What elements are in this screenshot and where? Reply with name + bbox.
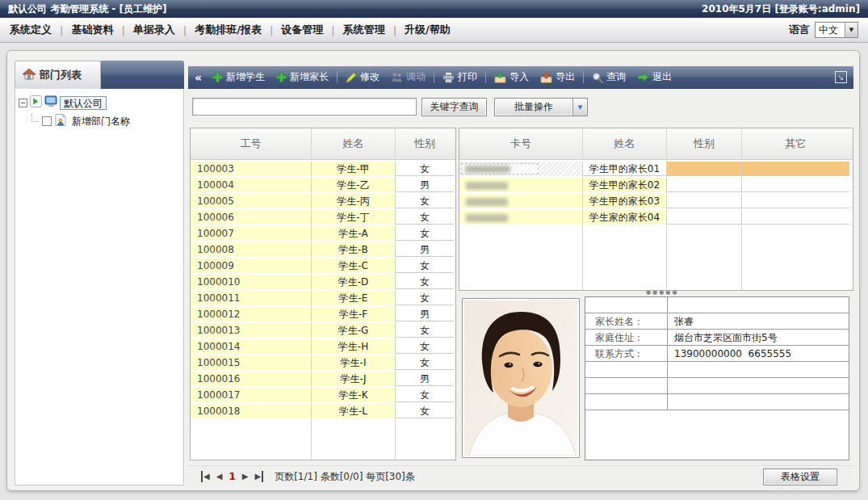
menu-data-entry[interactable]: 单据录入 bbox=[125, 23, 183, 37]
student-id-cell[interactable]: 1000017 bbox=[191, 388, 312, 404]
student-name-cell[interactable]: 学生-C bbox=[312, 258, 396, 275]
tree-collapse-icon[interactable]: − bbox=[19, 99, 27, 107]
department-checkbox[interactable] bbox=[42, 116, 52, 126]
menu-schedule-report[interactable]: 考勤排班/报表 bbox=[187, 23, 270, 37]
student-gender-cell[interactable]: 男 bbox=[396, 242, 454, 258]
parent-row[interactable]: 学生甲的家长03 bbox=[459, 194, 853, 210]
student-gender-cell[interactable]: 男 bbox=[396, 178, 454, 194]
student-name-cell[interactable]: 学生-D bbox=[312, 275, 396, 291]
student-row[interactable]: 1000012学生-F男 bbox=[191, 307, 455, 323]
column-header[interactable]: 性别 bbox=[667, 128, 742, 159]
parent-name-cell[interactable]: 学生甲的家长01 bbox=[583, 162, 667, 178]
batch-operation-button[interactable]: 批量操作 bbox=[494, 98, 573, 116]
student-row[interactable]: 100003学生-甲女 bbox=[191, 162, 455, 178]
parent-other-cell[interactable] bbox=[742, 162, 849, 178]
student-row[interactable]: 1000013学生-G女 bbox=[191, 323, 455, 339]
parent-row[interactable]: 学生甲的家长01 bbox=[459, 162, 853, 178]
export-button[interactable]: 导出 bbox=[535, 69, 581, 86]
menu-upgrade-help[interactable]: 升级/帮助 bbox=[396, 23, 459, 37]
student-name-cell[interactable]: 学生-I bbox=[312, 355, 396, 372]
student-name-cell[interactable]: 学生-B bbox=[312, 242, 396, 258]
student-id-cell[interactable]: 100005 bbox=[191, 194, 312, 210]
tab-department-list[interactable]: 部门列表 bbox=[15, 61, 101, 89]
first-page-icon[interactable]: ◀ bbox=[201, 471, 210, 482]
student-name-cell[interactable]: 学生-E bbox=[312, 291, 396, 307]
student-id-cell[interactable]: 100004 bbox=[191, 178, 312, 194]
tree-child-department[interactable]: 新增部门名称 bbox=[69, 115, 130, 128]
last-page-icon[interactable]: ▶ bbox=[254, 471, 263, 482]
parent-gender-cell[interactable] bbox=[667, 178, 742, 194]
student-gender-cell[interactable]: 女 bbox=[396, 226, 454, 242]
parent-gender-cell[interactable] bbox=[667, 194, 742, 210]
add-parent-button[interactable]: 新增家长 bbox=[270, 69, 334, 86]
column-header[interactable]: 工号 bbox=[191, 128, 312, 159]
student-gender-cell[interactable]: 女 bbox=[396, 291, 454, 307]
student-row[interactable]: 100006学生-丁女 bbox=[191, 210, 455, 226]
student-gender-cell[interactable]: 女 bbox=[396, 355, 454, 372]
student-name-cell[interactable]: 学生-G bbox=[312, 323, 396, 339]
student-id-cell[interactable]: 1000018 bbox=[191, 404, 312, 420]
student-name-cell[interactable]: 学生-甲 bbox=[312, 162, 396, 178]
student-id-cell[interactable]: 100009 bbox=[191, 258, 312, 275]
batch-dropdown-arrow-icon[interactable]: ▼ bbox=[573, 98, 588, 116]
import-button[interactable]: 导入 bbox=[489, 69, 535, 86]
student-name-cell[interactable]: 学生-L bbox=[312, 404, 396, 420]
parent-other-cell[interactable] bbox=[742, 210, 849, 226]
student-row[interactable]: 1000017学生-K女 bbox=[191, 388, 455, 404]
student-name-cell[interactable]: 学生-F bbox=[312, 307, 396, 323]
student-name-cell[interactable]: 学生-乙 bbox=[312, 178, 396, 194]
keyword-input[interactable] bbox=[192, 98, 417, 116]
student-name-cell[interactable]: 学生-丁 bbox=[312, 210, 396, 226]
parent-name-cell[interactable]: 学生家的家长04 bbox=[583, 210, 667, 226]
menu-system-define[interactable]: 系统定义 bbox=[2, 23, 60, 37]
menu-system-management[interactable]: 系统管理 bbox=[335, 23, 393, 37]
parent-other-cell[interactable] bbox=[742, 178, 849, 194]
student-name-cell[interactable]: 学生-H bbox=[312, 339, 396, 355]
chevron-down-icon[interactable]: ▼ bbox=[845, 23, 858, 37]
student-row[interactable]: 1000014学生-H女 bbox=[191, 339, 455, 355]
student-row[interactable]: 100007学生-A女 bbox=[191, 226, 455, 242]
parent-gender-cell[interactable] bbox=[667, 210, 742, 226]
student-id-cell[interactable]: 1000016 bbox=[191, 372, 312, 388]
student-gender-cell[interactable]: 女 bbox=[396, 323, 454, 339]
print-button[interactable]: 打印 bbox=[437, 69, 483, 86]
parent-gender-cell[interactable] bbox=[667, 162, 742, 178]
parent-card-cell[interactable] bbox=[459, 162, 583, 178]
student-gender-cell[interactable]: 男 bbox=[396, 372, 454, 388]
student-gender-cell[interactable]: 女 bbox=[396, 388, 454, 404]
next-page-icon[interactable]: ▶ bbox=[242, 471, 249, 482]
student-gender-cell[interactable]: 女 bbox=[396, 258, 454, 275]
current-page-number[interactable]: 1 bbox=[229, 471, 235, 482]
student-id-cell[interactable]: 1000010 bbox=[191, 275, 312, 291]
student-row[interactable]: 100004学生-乙男 bbox=[191, 178, 455, 194]
language-select[interactable]: 中文 ▼ bbox=[815, 22, 858, 38]
menu-base-data[interactable]: 基础资料 bbox=[63, 23, 121, 37]
student-id-cell[interactable]: 100008 bbox=[191, 242, 312, 258]
parent-other-cell[interactable] bbox=[742, 194, 849, 210]
student-name-cell[interactable]: 学生-A bbox=[312, 226, 396, 242]
parent-card-cell[interactable] bbox=[459, 194, 583, 210]
parent-name-cell[interactable]: 学生甲的家长03 bbox=[583, 194, 667, 210]
maximize-icon[interactable]: ↘ bbox=[835, 71, 847, 83]
student-gender-cell[interactable]: 女 bbox=[396, 404, 454, 420]
add-student-button[interactable]: 新增学生 bbox=[207, 69, 270, 86]
parent-card-cell[interactable] bbox=[459, 178, 583, 194]
student-row[interactable]: 1000011学生-E女 bbox=[191, 291, 455, 307]
splitter-handle[interactable]: ●●●●● bbox=[646, 289, 679, 296]
student-gender-cell[interactable]: 男 bbox=[396, 307, 454, 323]
student-name-cell[interactable]: 学生-J bbox=[312, 372, 396, 388]
collapse-toolbar-button[interactable]: « bbox=[195, 71, 202, 84]
student-id-cell[interactable]: 1000011 bbox=[191, 291, 312, 307]
parent-row[interactable]: 学生家的家长04 bbox=[459, 210, 853, 226]
student-id-cell[interactable]: 1000012 bbox=[191, 307, 312, 323]
student-row[interactable]: 1000010学生-D女 bbox=[191, 275, 455, 291]
student-row[interactable]: 100008学生-B男 bbox=[191, 242, 455, 258]
column-header[interactable]: 姓名 bbox=[583, 128, 667, 159]
parent-card-cell[interactable] bbox=[459, 210, 583, 226]
parent-row[interactable]: 学生甲的家长02 bbox=[459, 178, 853, 194]
student-row[interactable]: 1000018学生-L女 bbox=[191, 404, 455, 420]
parent-name-cell[interactable]: 学生甲的家长02 bbox=[583, 178, 667, 194]
tree-root-company[interactable]: 默认公司 bbox=[60, 96, 107, 110]
student-id-cell[interactable]: 1000014 bbox=[191, 339, 312, 355]
student-row[interactable]: 1000015学生-I女 bbox=[191, 355, 455, 372]
